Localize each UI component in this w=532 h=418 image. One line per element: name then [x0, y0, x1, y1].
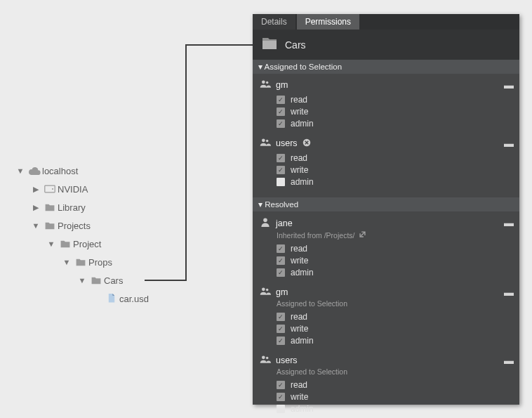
section-header-resolved[interactable]: ▾ Resolved	[253, 197, 519, 211]
tree-label: localhost	[42, 166, 78, 176]
svg-point-10	[262, 356, 265, 360]
svg-rect-0	[45, 185, 55, 192]
perm-item-write: ✓write	[277, 254, 512, 266]
tab-permissions[interactable]: Permissions	[297, 14, 359, 30]
perm-item-read: ✓read	[277, 379, 512, 391]
checkbox-write[interactable]: ✓	[277, 393, 285, 401]
checkbox-read[interactable]: ✓	[277, 96, 285, 104]
caret-icon[interactable]: ▶	[29, 185, 42, 194]
svg-point-11	[266, 357, 268, 359]
external-link-icon[interactable]	[359, 230, 366, 240]
folder-icon	[261, 37, 278, 53]
perm-item-admin: ✓admin	[277, 266, 512, 278]
checkbox-read[interactable]: ✓	[277, 154, 285, 162]
section-header-assigned[interactable]: ▾ Assigned to Selection	[253, 60, 519, 74]
folder-icon	[42, 203, 58, 212]
checkbox-write[interactable]: ✓	[277, 166, 285, 174]
collapse-icon[interactable]: ▬	[504, 138, 514, 148]
section-title: Assigned to Selection	[265, 63, 343, 71]
cloud-icon	[27, 166, 42, 176]
group-icon	[260, 355, 271, 366]
perm-item-admin: admin	[277, 403, 512, 414]
tree-node-nvidia[interactable]: ▶ NVIDIA	[14, 180, 149, 198]
tree-node-project[interactable]: ▼ Project	[14, 235, 149, 253]
user-icon	[260, 217, 271, 229]
tree-label: Projects	[58, 221, 91, 231]
checkbox-admin[interactable]: ✓	[277, 337, 285, 345]
tree-node-library[interactable]: ▶ Library	[14, 198, 149, 216]
perm-meta: Inherited from /Projects/	[277, 230, 512, 240]
perm-item-admin: ✓admin	[277, 117, 512, 129]
perm-list: ✓read✓write✓admin	[260, 242, 512, 278]
collapse-icon[interactable]: ▬	[504, 287, 514, 297]
checkbox-admin[interactable]	[277, 405, 285, 413]
caret-icon[interactable]: ▼	[14, 166, 27, 175]
tab-details[interactable]: Details	[253, 14, 295, 30]
perm-group-name: gm	[276, 287, 288, 297]
checkbox-admin[interactable]: ✓	[277, 119, 285, 128]
permissions-panel: Details Permissions Cars ▾ Assigned to S…	[253, 14, 519, 405]
assigned-body: gm▬✓read✓write✓adminusers▬✓read✓writeadm…	[253, 74, 519, 197]
section-title: Resolved	[265, 200, 298, 209]
perm-item-read: ✓read	[277, 311, 512, 322]
checkbox-admin[interactable]: ✓	[277, 268, 285, 277]
perm-meta-text: Assigned to Selection	[277, 367, 347, 376]
drive-icon	[42, 185, 58, 193]
checkbox-write[interactable]: ✓	[277, 107, 285, 116]
breadcrumb: Cars	[253, 30, 519, 60]
perm-list: ✓read✓writeadmin	[260, 152, 512, 188]
collapse-icon[interactable]: ▬	[504, 80, 514, 90]
collapse-icon[interactable]: ▬	[504, 355, 514, 365]
perm-label: read	[291, 244, 307, 254]
perm-label: admin	[291, 119, 314, 129]
checkbox-read[interactable]: ✓	[277, 244, 285, 253]
perm-item-read: ✓read	[277, 242, 512, 254]
perm-list: ✓read✓writeadmin	[260, 379, 512, 414]
perm-item-admin: admin	[277, 176, 512, 188]
tree-node-carusd[interactable]: car.usd	[14, 289, 149, 308]
perm-group-name: users	[276, 138, 298, 148]
perm-label: write	[291, 256, 308, 266]
perm-label: write	[291, 392, 308, 402]
perm-group: jane▬Inherited from /Projects/✓read✓writ…	[253, 216, 519, 285]
tree-node-cars[interactable]: ▼ Cars	[14, 271, 149, 289]
perm-item-write: ✓write	[277, 322, 512, 334]
checkbox-write[interactable]: ✓	[277, 325, 285, 333]
caret-icon[interactable]: ▼	[29, 221, 42, 230]
tree-label: Cars	[104, 275, 123, 286]
perm-group-header: users	[260, 138, 512, 149]
checkbox-write[interactable]: ✓	[277, 256, 285, 265]
tree-node-props[interactable]: ▼ Props	[14, 253, 149, 271]
perm-label: read	[291, 95, 307, 105]
folder-icon	[88, 276, 104, 285]
caret-icon[interactable]: ▼	[76, 276, 88, 285]
perm-label: write	[291, 324, 308, 334]
group-icon	[260, 287, 271, 298]
perm-meta-text: Inherited from /Projects/	[277, 231, 354, 240]
remove-icon[interactable]	[302, 138, 311, 149]
perm-label: read	[291, 153, 307, 163]
caret-icon[interactable]: ▶	[29, 203, 42, 212]
checkbox-read[interactable]: ✓	[277, 313, 285, 321]
group-icon	[260, 79, 271, 91]
resolved-body: jane▬Inherited from /Projects/✓read✓writ…	[253, 211, 519, 418]
perm-label: write	[291, 107, 308, 117]
collapse-icon[interactable]: ▬	[504, 218, 514, 228]
perm-item-read: ✓read	[277, 93, 512, 105]
checkbox-admin[interactable]	[277, 178, 285, 186]
caret-icon[interactable]: ▼	[60, 258, 73, 266]
perm-group: users▬Assigned to Selection✓read✓writead…	[253, 353, 519, 418]
perm-item-write: ✓write	[277, 164, 512, 176]
tree-label: car.usd	[119, 294, 149, 304]
tree-node-projects[interactable]: ▼ Projects	[14, 216, 149, 235]
perm-label: admin	[291, 404, 314, 414]
caret-icon[interactable]: ▼	[45, 240, 58, 248]
perm-list: ✓read✓write✓admin	[260, 93, 512, 129]
page-title: Cars	[285, 39, 306, 51]
perm-item-read: ✓read	[277, 152, 512, 164]
folder-icon	[58, 240, 73, 249]
file-tree: ▼ localhost ▶ NVIDIA ▶ Library ▼ Project…	[14, 162, 149, 308]
perm-group-name: gm	[276, 80, 288, 90]
checkbox-read[interactable]: ✓	[277, 381, 285, 389]
tree-node-localhost[interactable]: ▼ localhost	[14, 162, 149, 180]
